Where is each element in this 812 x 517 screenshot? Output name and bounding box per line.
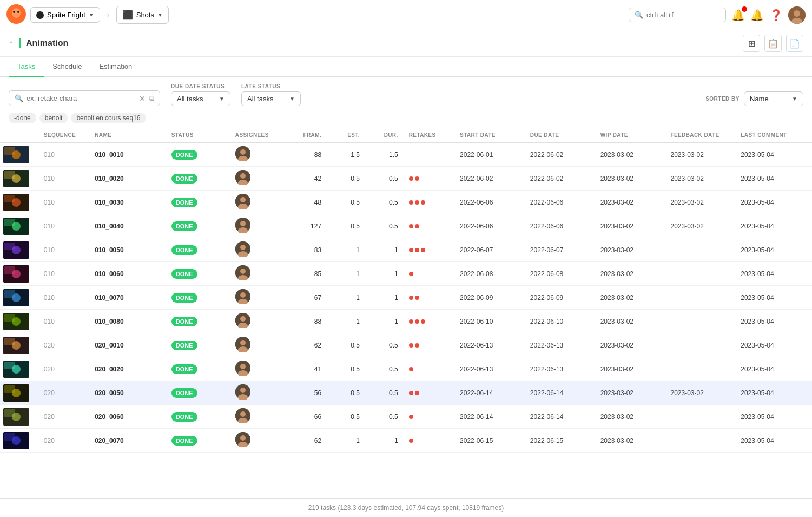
last-comment-cell: 2023-05-04	[735, 286, 812, 310]
table-row[interactable]: 010 010_0010 DONE 88 1.5 1.5 2022-06-01 …	[0, 143, 812, 167]
table-row[interactable]: 010 010_0060 DONE 85 1 1 2022-06-08 2022…	[0, 262, 812, 286]
table-row[interactable]: 010 010_0030 DONE 48 0.5 0.5 2022-06-06 …	[0, 191, 812, 214]
tag-benoit-seq[interactable]: benoit en cours seq16	[71, 113, 146, 123]
due-date-cell: 2022-06-10	[525, 310, 595, 333]
help-button[interactable]: ❓	[769, 9, 783, 22]
table-row[interactable]: 010 010_0020 DONE 42 0.5 0.5 2022-06-02 …	[0, 167, 812, 191]
th-sequence[interactable]: SEQUENCE	[38, 128, 89, 143]
th-dur[interactable]: DUR.	[365, 128, 404, 143]
svg-point-59	[240, 340, 246, 345]
tab-schedule[interactable]: Schedule	[44, 57, 90, 77]
due-date-cell: 2022-06-13	[525, 333, 595, 357]
est-cell: 1	[327, 286, 365, 310]
sorted-by-group: SORTED BY Name ▼	[705, 91, 803, 106]
dur-cell: 1	[365, 238, 404, 262]
thumbnail-cell	[0, 143, 38, 167]
svg-point-53	[240, 316, 246, 322]
alerts-button[interactable]: 🔔	[750, 9, 764, 22]
tab-estimation[interactable]: Estimation	[90, 57, 141, 77]
retake-dot	[415, 176, 419, 181]
assignees-cell	[230, 333, 282, 357]
th-assignees[interactable]: ASSIGNEES	[230, 128, 282, 143]
feedback-date-cell	[665, 357, 735, 381]
svg-point-5	[794, 10, 800, 17]
status-cell: DONE	[166, 214, 230, 238]
global-search[interactable]: 🔍	[629, 8, 726, 22]
assignee-avatar	[235, 408, 250, 423]
svg-rect-39	[4, 266, 15, 274]
last-comment-cell: 2023-05-04	[735, 429, 812, 453]
breadcrumb-bar: ↑ Animation ⊞ 📋 📄	[0, 30, 812, 57]
status-badge: DONE	[171, 436, 197, 446]
th-status[interactable]: STATUS	[166, 128, 230, 143]
last-comment-cell: 2023-05-04	[735, 333, 812, 357]
table-row[interactable]: 010 010_0040 DONE 127 0.5 0.5 2022-06-06…	[0, 214, 812, 238]
assignees-cell	[230, 381, 282, 405]
tag-benoit[interactable]: benoit	[39, 113, 68, 123]
retake-dot	[409, 391, 413, 395]
frames-cell: 56	[282, 381, 327, 405]
task-search[interactable]: 🔍 ✕ ⧉	[9, 90, 160, 106]
table-row[interactable]: 010 010_0070 DONE 67 1 1 2022-06-09 2022…	[0, 286, 812, 310]
est-cell: 0.5	[327, 333, 365, 357]
svg-point-71	[240, 388, 246, 393]
search-copy-button[interactable]: ⧉	[149, 94, 154, 103]
retake-dot	[409, 296, 413, 300]
due-date-select[interactable]: All tasks ▼	[171, 91, 230, 106]
th-retakes[interactable]: RETAKES	[404, 128, 454, 143]
grid-view-button[interactable]: ⊞	[743, 35, 760, 52]
table-row[interactable]: 020 020_0020 DONE 41 0.5 0.5 2022-06-13 …	[0, 357, 812, 381]
table-row[interactable]: 020 020_0050 DONE 56 0.5 0.5 2022-06-14 …	[0, 381, 812, 405]
retake-dot	[415, 319, 419, 324]
export-button[interactable]: 📋	[764, 35, 782, 52]
dur-cell: 1.5	[365, 143, 404, 167]
th-start-date[interactable]: START DATE	[454, 128, 525, 143]
tab-tasks[interactable]: Tasks	[9, 57, 44, 77]
start-date-cell: 2022-06-15	[454, 429, 525, 453]
retake-dot	[409, 319, 413, 324]
logo[interactable]	[6, 4, 26, 25]
table-header-row: SEQUENCE NAME STATUS ASSIGNEES FRAM. EST…	[0, 128, 812, 143]
status-badge: DONE	[171, 412, 197, 422]
th-due-date[interactable]: DUE DATE	[525, 128, 595, 143]
notifications-button[interactable]: 🔔	[731, 9, 745, 22]
shots-selector[interactable]: ⬛ Shots ▼	[116, 6, 169, 24]
retakes-cell	[404, 405, 454, 429]
sorted-by-select[interactable]: Name ▼	[744, 91, 803, 106]
svg-rect-69	[4, 385, 15, 393]
back-button[interactable]: ↑	[9, 38, 14, 49]
th-name[interactable]: NAME	[89, 128, 166, 143]
th-wip-date[interactable]: WIP DATE	[595, 128, 665, 143]
status-cell: DONE	[166, 429, 230, 453]
user-avatar[interactable]	[788, 6, 806, 24]
sequence-cell: 020	[38, 405, 89, 429]
download-button[interactable]: 📄	[786, 35, 803, 52]
table-row[interactable]: 020 020_0070 DONE 62 1 1 2022-06-15 2022…	[0, 429, 812, 453]
th-est[interactable]: EST.	[327, 128, 365, 143]
sequence-cell: 010	[38, 191, 89, 214]
table-row[interactable]: 020 020_0010 DONE 62 0.5 0.5 2022-06-13 …	[0, 333, 812, 357]
global-search-input[interactable]	[646, 11, 720, 19]
th-frames[interactable]: FRAM.	[282, 128, 327, 143]
svg-point-3	[17, 11, 19, 13]
retake-dot	[415, 224, 419, 228]
tag-done[interactable]: -done	[9, 113, 36, 123]
feedback-date-cell: 2023-03-02	[665, 167, 735, 191]
table-row[interactable]: 010 010_0080 DONE 88 1 1 2022-06-10 2022…	[0, 310, 812, 333]
project-selector[interactable]: Sprite Fright ▼	[30, 7, 100, 23]
table-row[interactable]: 020 020_0060 DONE 66 0.5 0.5 2022-06-14 …	[0, 405, 812, 429]
search-clear-button[interactable]: ✕	[139, 94, 146, 103]
task-search-input[interactable]	[27, 94, 136, 102]
dur-cell: 0.5	[365, 191, 404, 214]
sequence-cell: 010	[38, 310, 89, 333]
thumbnail-cell	[0, 286, 38, 310]
assignee-avatar	[235, 170, 250, 185]
th-last-comment[interactable]: LAST COMMENT	[735, 128, 812, 143]
due-date-cell: 2022-06-09	[525, 286, 595, 310]
wip-date-cell: 2023-03-02	[595, 262, 665, 286]
table-row[interactable]: 010 010_0050 DONE 83 1 1 2022-06-07 2022…	[0, 238, 812, 262]
est-cell: 1	[327, 429, 365, 453]
th-feedback-date[interactable]: FEEDBACK DATE	[665, 128, 735, 143]
sequence-cell: 020	[38, 357, 89, 381]
late-status-select[interactable]: All tasks ▼	[241, 91, 301, 106]
